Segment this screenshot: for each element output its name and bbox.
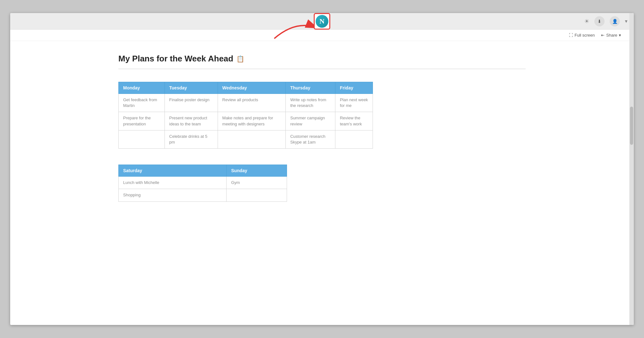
cell-sun-2	[227, 189, 287, 201]
user-icon[interactable]: 👤	[610, 16, 620, 26]
cell-fri-1: Plan next week for me	[335, 94, 373, 112]
page-title-icon: 📋	[236, 55, 244, 63]
cell-sat-2: Shopping	[119, 189, 227, 201]
table-row: Prepare for the presentation Present new…	[119, 112, 373, 130]
col-tuesday: Tuesday	[164, 82, 218, 94]
toolbar: ⛶ Full screen ⇤ Share ▾	[10, 30, 634, 41]
cell-wed-2: Make notes and prepare for meeting with …	[218, 112, 286, 130]
cell-sat-1: Lunch with Michelle	[119, 177, 227, 189]
table-row: Shopping	[119, 189, 287, 201]
cell-fri-3	[335, 130, 373, 148]
weekend-table-section: Saturday Sunday Lunch with Michelle	[118, 165, 526, 201]
cell-thu-3: Customer research Skype at 1am	[286, 130, 335, 148]
cell-tue-1: Finalise poster design	[164, 94, 218, 112]
cell-tue-3: Celebrate drinks at 5 pm	[164, 130, 218, 148]
share-icon: ⇤	[601, 33, 605, 38]
table-row: Celebrate drinks at 5 pm Customer resear…	[119, 130, 373, 148]
col-monday: Monday	[119, 82, 165, 94]
logo-area: N	[314, 13, 330, 30]
logo-box: N	[314, 13, 330, 30]
top-bar-right: ☀ ⬇ 👤 ▾	[584, 16, 627, 26]
dropdown-arrow[interactable]: ▾	[625, 18, 627, 24]
divider	[118, 69, 526, 69]
cell-fri-2: Review the team's work	[335, 112, 373, 130]
col-saturday: Saturday	[119, 165, 227, 177]
cell-mon-2: Prepare for the presentation	[119, 112, 165, 130]
table-header-row: Monday Tuesday Wednesday Thursday	[119, 82, 373, 94]
download-icon[interactable]: ⬇	[594, 16, 605, 26]
page-title: My Plans for the Week Ahead 📋	[118, 54, 526, 64]
col-thursday: Thursday	[286, 82, 335, 94]
col-friday: Friday	[335, 82, 373, 94]
weekend-table: Saturday Sunday Lunch with Michelle	[118, 165, 287, 201]
fullscreen-button[interactable]: ⛶ Full screen	[569, 33, 595, 38]
weekend-header-row: Saturday Sunday	[119, 165, 287, 177]
scrollbar-thumb[interactable]	[630, 107, 633, 145]
col-sunday: Sunday	[227, 165, 287, 177]
top-bar: N ☀ ⬇ 👤 ▾	[10, 13, 634, 30]
theme-icon[interactable]: ☀	[584, 18, 589, 25]
cell-tue-2: Present new product ideas to the team	[164, 112, 218, 130]
cell-mon-1: Get feedback from Martin	[119, 94, 165, 112]
cell-wed-1: Review all products	[218, 94, 286, 112]
main-table-section: Monday Tuesday Wednesday Thursday	[118, 82, 526, 149]
table-row: Lunch with Michelle Gym	[119, 177, 287, 189]
cell-thu-2: Summer campaign review	[286, 112, 335, 130]
content-area: ⛶ Full screen ⇤ Share ▾ My Plans for the…	[10, 30, 634, 325]
cell-sun-1: Gym	[227, 177, 287, 189]
logo-icon: N	[316, 15, 328, 28]
share-dropdown-arrow: ▾	[619, 33, 621, 38]
app-window: N ☀ ⬇ 👤 ▾ ⛶ Full screen ⇤ Share ▾	[10, 13, 634, 325]
table-row: Get feedback from Martin Finalise poster…	[119, 94, 373, 112]
share-button[interactable]: ⇤ Share ▾	[601, 33, 621, 38]
cell-wed-3	[218, 130, 286, 148]
page-content: My Plans for the Week Ahead 📋 Monday Tue…	[10, 41, 634, 230]
cell-thu-1: Write up notes from the research	[286, 94, 335, 112]
fullscreen-icon: ⛶	[569, 33, 573, 38]
main-table: Monday Tuesday Wednesday Thursday	[118, 82, 373, 149]
scrollbar-track	[629, 13, 634, 325]
cell-mon-3	[119, 130, 165, 148]
col-wednesday: Wednesday	[218, 82, 286, 94]
